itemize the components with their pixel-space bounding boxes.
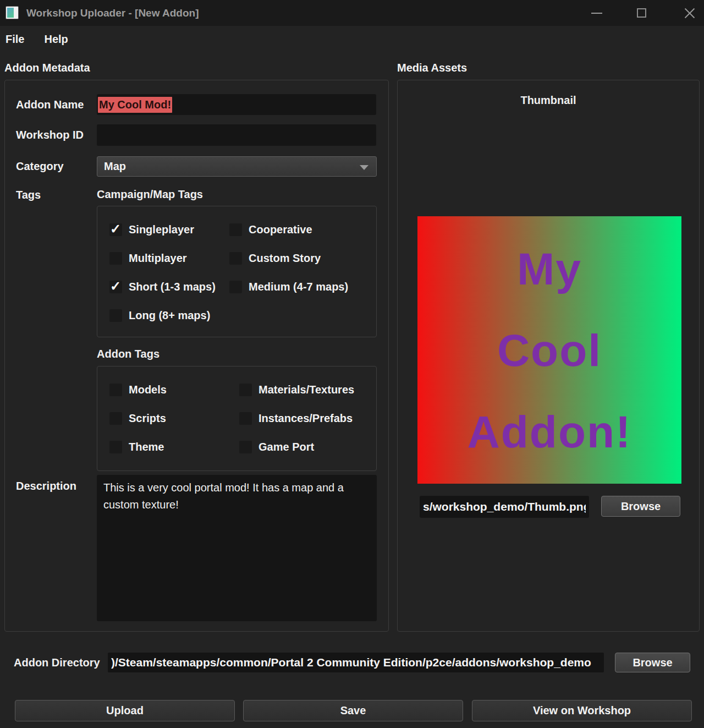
maximize-icon	[637, 8, 646, 18]
checkbox-icon[interactable]	[229, 223, 242, 236]
addon-name-selected-text: My Cool Mod!	[98, 97, 172, 113]
checkbox-icon[interactable]	[109, 281, 122, 293]
checkbox-icon[interactable]	[229, 252, 242, 265]
minimize-button[interactable]	[584, 0, 610, 26]
checkbox-theme[interactable]: Theme	[109, 440, 164, 453]
thumbnail-path-input[interactable]	[420, 496, 589, 518]
addon-tags-box: Models Materials/Textures Scripts Instan…	[97, 366, 377, 471]
checkbox-icon[interactable]	[239, 384, 252, 396]
category-label: Category	[16, 156, 64, 177]
app-icon	[6, 6, 19, 19]
checkbox-models[interactable]: Models	[109, 383, 167, 396]
campaign-tags-box: Singleplayer Cooperative Multiplayer Cus…	[97, 206, 377, 337]
checkbox-icon[interactable]	[239, 412, 252, 425]
thumbnail-preview-image: My Cool Addon!	[417, 216, 681, 484]
addon-metadata-panel: Addon Metadata Addon Name My Cool Mod! W…	[4, 62, 389, 632]
tags-label: Tags	[16, 187, 41, 202]
thumbnail-text-line: Cool	[497, 310, 602, 391]
checkbox-singleplayer[interactable]: Singleplayer	[109, 223, 194, 236]
description-textarea[interactable]: This is a very cool portal mod! It has a…	[97, 475, 377, 621]
addon-name-label: Addon Name	[16, 94, 84, 115]
upload-button[interactable]: Upload	[15, 700, 235, 721]
view-on-workshop-button[interactable]: View on Workshop	[472, 700, 692, 721]
campaign-tags-title: Campaign/Map Tags	[97, 188, 203, 201]
menu-file[interactable]: File	[6, 33, 24, 46]
addon-metadata-title: Addon Metadata	[4, 62, 389, 80]
checkbox-cooperative[interactable]: Cooperative	[229, 223, 312, 236]
checkbox-instances-prefabs[interactable]: Instances/Prefabs	[239, 412, 353, 425]
checkbox-icon[interactable]	[109, 384, 122, 396]
checkbox-long[interactable]: Long (8+ maps)	[109, 309, 210, 322]
save-button[interactable]: Save	[243, 700, 463, 721]
checkbox-icon[interactable]	[109, 441, 122, 453]
addon-directory-label: Addon Directory	[14, 653, 100, 672]
workshop-id-input[interactable]	[97, 124, 376, 146]
checkbox-multiplayer[interactable]: Multiplayer	[109, 251, 187, 265]
thumbnail-text-line: My	[517, 228, 582, 310]
close-button[interactable]	[676, 0, 703, 26]
media-assets-panel: Media Assets Thumbnail My Cool Addon! Br…	[397, 62, 700, 632]
title-bar: Workshop Uploader - [New Addon]	[0, 0, 704, 26]
addon-tags-title: Addon Tags	[97, 348, 160, 360]
thumbnail-label: Thumbnail	[398, 94, 699, 107]
checkbox-medium[interactable]: Medium (4-7 maps)	[229, 280, 348, 293]
checkbox-icon[interactable]	[109, 412, 122, 425]
checkbox-game-port[interactable]: Game Port	[239, 440, 314, 453]
checkbox-custom-story[interactable]: Custom Story	[229, 251, 321, 265]
checkbox-icon[interactable]	[239, 441, 252, 453]
chevron-down-icon	[360, 165, 369, 170]
addon-name-input[interactable]: My Cool Mod!	[97, 94, 376, 115]
maximize-button[interactable]	[628, 0, 654, 26]
media-assets-title: Media Assets	[397, 62, 700, 80]
category-value: Map	[104, 160, 126, 173]
checkbox-icon[interactable]	[109, 252, 122, 265]
workshop-id-label: Workshop ID	[16, 124, 84, 145]
addon-directory-input[interactable]	[108, 653, 604, 672]
menu-help[interactable]: Help	[44, 33, 68, 46]
thumbnail-text-line: Addon!	[468, 391, 632, 473]
checkbox-icon[interactable]	[109, 223, 122, 236]
checkbox-icon[interactable]	[109, 309, 122, 322]
media-assets-box: Thumbnail My Cool Addon! Browse	[397, 80, 700, 632]
checkbox-short[interactable]: Short (1-3 maps)	[109, 280, 216, 293]
addon-directory-browse-button[interactable]: Browse	[615, 653, 690, 672]
window-title: Workshop Uploader - [New Addon]	[26, 0, 199, 26]
checkbox-materials-textures[interactable]: Materials/Textures	[239, 383, 354, 396]
close-icon	[684, 7, 696, 19]
thumbnail-browse-button[interactable]: Browse	[601, 496, 680, 517]
addon-metadata-box: Addon Name My Cool Mod! Workshop ID Cate…	[4, 80, 389, 632]
category-dropdown[interactable]: Map	[97, 156, 377, 177]
app-icon-thumbnail-part	[7, 8, 14, 18]
checkbox-icon[interactable]	[229, 281, 242, 293]
checkbox-scripts[interactable]: Scripts	[109, 412, 166, 425]
menu-bar: File Help	[0, 26, 704, 52]
description-label: Description	[16, 478, 76, 494]
minimize-icon	[591, 13, 602, 14]
